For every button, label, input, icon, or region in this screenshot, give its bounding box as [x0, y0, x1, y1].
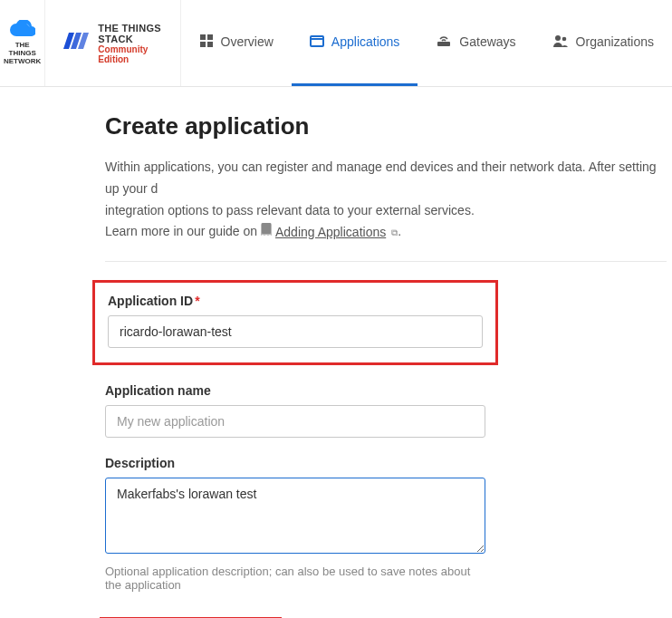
intro-learn: Learn more in our guide on	[105, 224, 257, 238]
main-content: Create application Within applications, …	[0, 87, 672, 618]
intro-line2: integration options to pass relevant dat…	[105, 203, 475, 217]
app-id-input[interactable]	[108, 315, 483, 348]
svg-point-8	[562, 36, 566, 41]
stack-title: THE THINGS STACK	[98, 23, 163, 44]
separator	[105, 261, 667, 262]
nav-overview[interactable]: Overview	[181, 0, 292, 86]
intro-text: Within applications, you can register an…	[105, 157, 672, 243]
app-name-label: Application name	[105, 383, 485, 398]
app-icon	[310, 34, 324, 51]
svg-rect-9	[262, 223, 271, 234]
nav: Overview Applications Gateways Organizat…	[181, 0, 673, 86]
adding-applications-link[interactable]: Adding Applications	[275, 222, 386, 244]
header-bar: THE THINGS NETWORK THE THINGS STACK Comm…	[0, 0, 672, 87]
svg-rect-3	[207, 42, 213, 47]
app-id-group: Application ID*	[92, 280, 498, 365]
dashboard-icon	[199, 34, 214, 51]
description-input[interactable]	[105, 478, 485, 554]
page-title: Create application	[105, 112, 672, 140]
app-id-label: Application ID*	[108, 294, 483, 308]
nav-label: Gateways	[459, 34, 515, 49]
svg-rect-2	[200, 42, 206, 47]
svg-rect-0	[200, 34, 206, 40]
svg-rect-6	[437, 42, 450, 46]
stack-text: THE THINGS STACK Community Edition	[98, 23, 163, 64]
description-label: Description	[105, 456, 485, 470]
intro-line1: Within applications, you can register an…	[105, 159, 657, 196]
app-name-group: Application name	[105, 383, 485, 438]
book-icon	[261, 222, 272, 242]
description-group: Description Optional application descrip…	[105, 456, 485, 592]
stack-icon	[62, 29, 89, 58]
nav-organizations[interactable]: Organizations	[534, 0, 672, 86]
required-indicator: *	[195, 294, 199, 308]
gateway-icon	[436, 34, 452, 51]
stack-subtitle: Community Edition	[98, 44, 163, 64]
nav-label: Overview	[221, 34, 274, 49]
stack-logo[interactable]: THE THINGS STACK Community Edition	[45, 0, 180, 86]
svg-point-7	[555, 35, 561, 41]
ttn-logo-text: THE THINGS NETWORK	[4, 42, 41, 65]
svg-rect-4	[311, 36, 323, 46]
description-help: Optional application description; can al…	[105, 565, 485, 592]
nav-label: Organizations	[576, 34, 654, 49]
ttn-logo[interactable]: THE THINGS NETWORK	[0, 0, 45, 86]
org-icon	[552, 34, 569, 51]
cloud-icon	[10, 20, 35, 40]
intro-period: .	[398, 224, 401, 238]
app-name-input[interactable]	[105, 405, 485, 438]
nav-applications[interactable]: Applications	[292, 0, 418, 86]
nav-label: Applications	[331, 34, 400, 49]
nav-gateways[interactable]: Gateways	[418, 0, 533, 86]
svg-rect-1	[207, 34, 213, 40]
